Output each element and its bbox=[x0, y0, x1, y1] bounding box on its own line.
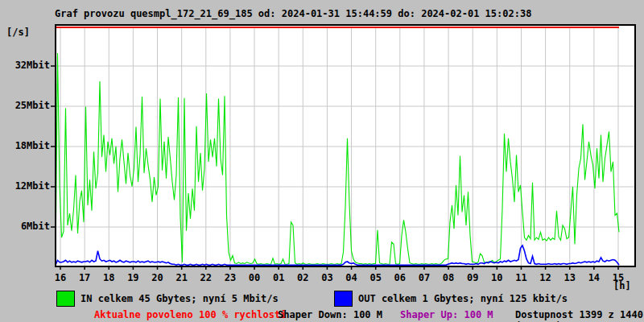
in-legend-label: IN celkem 45 Gbytes; nyní 5 Mbit/s bbox=[80, 293, 279, 304]
x-tick-label: 07 bbox=[419, 272, 430, 283]
x-tick-label: 21 bbox=[175, 272, 187, 283]
x-tick-label: 12 bbox=[539, 272, 551, 283]
x-tick-label: 10 bbox=[491, 272, 502, 283]
availability-status: Dostupnost 1399 z 1440 (97.2 %) bbox=[515, 309, 644, 322]
x-tick-label: 09 bbox=[467, 272, 478, 283]
x-tick-label: 03 bbox=[321, 272, 332, 283]
x-tick-label: 18 bbox=[103, 272, 114, 283]
x-tick-label: 16 bbox=[55, 272, 66, 283]
x-tick-label: 22 bbox=[200, 272, 212, 283]
y-tick-label: 32Mbit bbox=[2, 60, 50, 71]
x-tick-label: 01 bbox=[273, 272, 284, 283]
y-tick-label: 25Mbit bbox=[2, 100, 50, 111]
out-legend-label: OUT celkem 1 Gbytes; nyní 125 kbit/s bbox=[358, 293, 568, 304]
x-tick-label: 20 bbox=[151, 272, 163, 283]
x-tick-label: 11 bbox=[515, 272, 526, 283]
in-legend-swatch bbox=[56, 291, 75, 307]
plot-area bbox=[56, 25, 635, 266]
y-tick-label: 12Mbit bbox=[2, 180, 50, 192]
x-axis-unit-label: [h] bbox=[613, 280, 631, 291]
x-tick-label: 23 bbox=[225, 272, 236, 283]
x-tick-label: 04 bbox=[345, 272, 357, 283]
x-tick-label: 19 bbox=[127, 272, 138, 283]
x-tick-label: 02 bbox=[297, 272, 308, 283]
shaper-down-status: Shaper Down: 100 M bbox=[278, 309, 382, 320]
x-tick-label: 06 bbox=[394, 272, 406, 283]
traffic-graph-page: Graf provozu quesmpl_172_21_69_185 od: 2… bbox=[0, 0, 644, 322]
x-tick-label: 00 bbox=[249, 272, 260, 283]
shaper-up-status: Shaper Up: 100 M bbox=[400, 309, 493, 320]
out-legend-swatch bbox=[334, 291, 353, 307]
x-tick-label: 17 bbox=[79, 272, 90, 283]
allowed-speed-status: Aktualne povoleno 100 % rychlosti bbox=[94, 309, 286, 320]
y-tick-label: 6Mbit bbox=[2, 221, 50, 232]
x-tick-label: 13 bbox=[564, 272, 575, 283]
x-tick-label: 05 bbox=[369, 272, 381, 283]
y-tick-label: 18Mbit bbox=[2, 140, 50, 151]
x-tick-label: 14 bbox=[588, 272, 600, 283]
x-tick-label: 08 bbox=[443, 272, 454, 283]
